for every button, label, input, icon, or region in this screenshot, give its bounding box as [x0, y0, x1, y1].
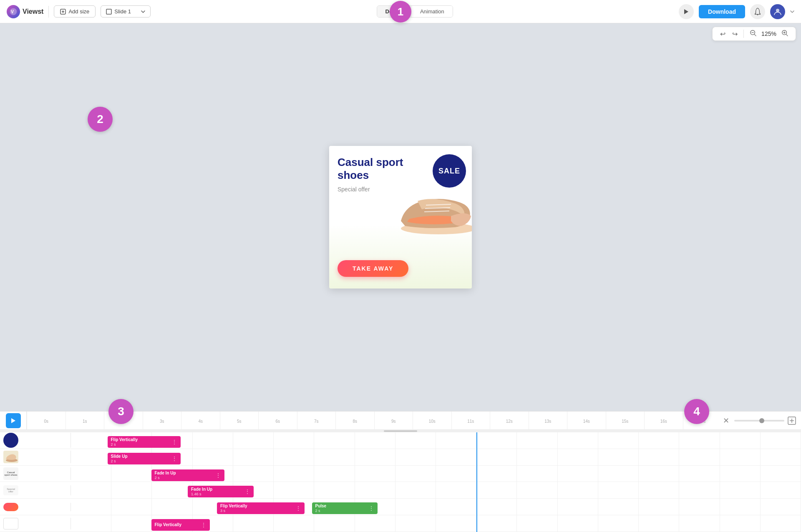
block-options[interactable]: ⋮ [201, 522, 207, 528]
grid-col-12 [558, 515, 598, 532]
grid-col-10 [476, 499, 517, 515]
zoom-in-button[interactable] [779, 29, 791, 39]
user-avatar[interactable] [770, 4, 785, 19]
ruler-tick-15s: 15s [606, 412, 645, 430]
timeline-block-5-0[interactable]: Flip Vertically⋮ [151, 519, 210, 531]
timeline-row-label-1 [0, 451, 71, 463]
undo-button[interactable]: ↩ [718, 29, 728, 39]
block-options[interactable]: ⋮ [244, 488, 250, 495]
ruler-tick-0s: 0s [27, 412, 65, 430]
zoom-bar: ↩ ↪ 125% [712, 27, 796, 41]
block-label: Flip Vertically3 s [220, 504, 294, 513]
download-button[interactable]: Download [699, 5, 745, 18]
timeline-play-button[interactable] [6, 413, 21, 428]
grid-col-17 [761, 466, 801, 482]
track-thumb-cta [3, 503, 18, 511]
timeline-block-3-0[interactable]: Fade In Up1.46 s⋮ [188, 486, 254, 497]
grid-col-10 [476, 432, 517, 449]
timeline-block-4-1[interactable]: Pulse2 s⋮ [312, 502, 378, 514]
block-label: Slide Up2 s [111, 454, 170, 463]
topbar: V Viewst Add size Slide 1 1 Design Anima… [0, 0, 801, 23]
grid-col-9 [436, 432, 476, 449]
grid-col-14 [639, 499, 679, 515]
grid-col-13 [598, 499, 639, 515]
timeline-row-0: Flip Vertically2 s⋮ [0, 432, 801, 449]
block-options[interactable]: ⋮ [171, 439, 177, 445]
timeline-block-0-0[interactable]: Flip Vertically2 s⋮ [108, 436, 181, 448]
tab-animation[interactable]: Animation [412, 6, 453, 17]
logo: V Viewst [7, 5, 43, 18]
grid-col-9 [436, 466, 476, 482]
grid-col-4 [233, 515, 274, 532]
slide-selector[interactable]: Slide 1 [101, 5, 151, 18]
grid-col-14 [639, 466, 679, 482]
grid-col-6 [314, 466, 355, 482]
timeline-block-4-0[interactable]: Flip Vertically3 s⋮ [217, 502, 305, 514]
bell-icon [754, 8, 761, 15]
timeline-area: 3 4 0s1s2s3s4s5s6s7s8s9s10s11s12s13s14s1… [0, 411, 801, 532]
topbar-divider [48, 6, 49, 18]
track-thumb-text: Casual sport shoes [3, 467, 18, 480]
ruler-tick-14s: 14s [567, 412, 606, 430]
timeline-track-0: Flip Vertically2 s⋮ [71, 432, 801, 449]
ruler-tick-9s: 9s [374, 412, 413, 430]
grid-col-6 [314, 432, 355, 449]
grid-col-9 [436, 449, 476, 465]
svg-point-7 [776, 9, 779, 12]
ad-preview[interactable]: Casual sport shoes Special offer SALE [329, 146, 472, 289]
grid-col-8 [395, 482, 436, 498]
grid-col-1 [111, 482, 152, 498]
ruler-tick-11s: 11s [451, 412, 490, 430]
fit-icon[interactable] [788, 417, 796, 425]
grid-col-10 [476, 449, 517, 465]
block-options[interactable]: ⋮ [215, 472, 221, 479]
grid-col-15 [679, 515, 720, 532]
grid-col-12 [558, 432, 598, 449]
grid-col-11 [517, 449, 557, 465]
grid-col-11 [517, 499, 557, 515]
redo-button[interactable]: ↪ [730, 29, 740, 39]
chevron-down-icon [141, 10, 145, 13]
block-options[interactable]: ⋮ [295, 505, 301, 512]
timeline-scrubber-thumb[interactable] [759, 418, 764, 423]
scrollbar-thumb[interactable] [384, 430, 417, 432]
timeline-track-2: Fade In Up2 s⋮ [71, 466, 801, 482]
grid-col-8 [395, 449, 436, 465]
ad-cta-button[interactable]: TAKE AWAY [338, 260, 408, 277]
timeline-block-1-0[interactable]: Slide Up2 s⋮ [108, 453, 181, 464]
grid-col-11 [517, 482, 557, 498]
block-options[interactable]: ⋮ [171, 455, 177, 462]
zoom-out-button[interactable] [747, 29, 759, 39]
grid-col-8 [395, 499, 436, 515]
timeline-row-4: Flip Vertically3 s⋮Pulse2 s⋮ [0, 499, 801, 515]
grid-col-10 [476, 482, 517, 498]
step3-badge: 3 [108, 399, 134, 424]
grid-col-16 [720, 466, 761, 482]
grid-col-15 [679, 499, 720, 515]
ruler-tick-8s: 8s [335, 412, 374, 430]
grid-col-16 [720, 432, 761, 449]
notification-button[interactable] [750, 4, 765, 19]
grid-col-13 [598, 449, 639, 465]
grid-col-15 [679, 432, 720, 449]
block-options[interactable]: ⋮ [368, 505, 374, 512]
grid-col-9 [436, 515, 476, 532]
timeline-block-2-0[interactable]: Fade In Up2 s⋮ [151, 469, 224, 481]
timeline-row-label-0 [0, 433, 71, 448]
block-label: Fade In Up2 s [155, 471, 214, 480]
user-menu-chevron[interactable] [790, 10, 794, 14]
timeline-row-1: Slide Up2 s⋮ [0, 449, 801, 466]
grid-col-0 [71, 466, 111, 482]
grid-col-16 [720, 482, 761, 498]
timeline-track-4: Flip Vertically3 s⋮Pulse2 s⋮ [71, 499, 801, 515]
timeline-scrubber-track[interactable] [734, 420, 784, 422]
preview-play-button[interactable] [679, 4, 694, 19]
ruler-tick-16s: 16s [644, 412, 683, 430]
timeline-collapse-button[interactable]: ✕ [721, 414, 731, 427]
add-size-button[interactable]: Add size [54, 5, 96, 18]
timeline-track-3: Fade In Up1.46 s⋮ [71, 482, 801, 498]
grid-col-5 [274, 432, 314, 449]
grid-col-6 [314, 515, 355, 532]
grid-col-6 [314, 449, 355, 465]
zoom-level: 125% [761, 30, 777, 37]
